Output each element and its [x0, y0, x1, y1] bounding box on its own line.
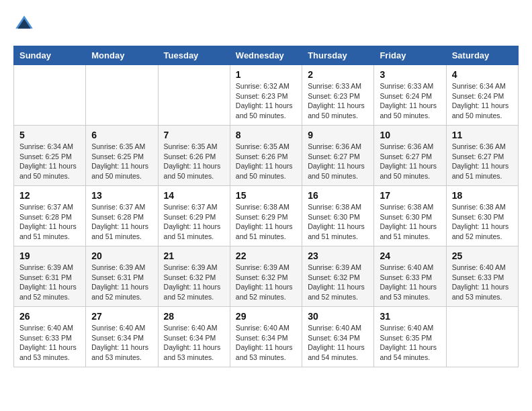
- day-info: Sunrise: 6:39 AM Sunset: 6:32 PM Dayligh…: [164, 263, 224, 302]
- day-number: 27: [91, 311, 152, 322]
- day-number: 15: [236, 190, 296, 201]
- day-info: Sunrise: 6:38 AM Sunset: 6:30 PM Dayligh…: [380, 202, 440, 242]
- calendar-cell: [14, 65, 86, 126]
- day-info: Sunrise: 6:40 AM Sunset: 6:34 PM Dayligh…: [91, 323, 152, 363]
- calendar-cell: 22Sunrise: 6:39 AM Sunset: 6:32 PM Dayli…: [230, 246, 302, 307]
- calendar-week-3: 12Sunrise: 6:37 AM Sunset: 6:28 PM Dayli…: [14, 186, 519, 246]
- calendar-cell: 30Sunrise: 6:40 AM Sunset: 6:34 PM Dayli…: [302, 307, 374, 367]
- day-info: Sunrise: 6:40 AM Sunset: 6:34 PM Dayligh…: [164, 323, 224, 363]
- day-info: Sunrise: 6:40 AM Sunset: 6:34 PM Dayligh…: [236, 323, 296, 363]
- day-info: Sunrise: 6:40 AM Sunset: 6:35 PM Dayligh…: [380, 323, 440, 363]
- calendar-week-1: 1Sunrise: 6:32 AM Sunset: 6:23 PM Daylig…: [14, 65, 519, 126]
- weekday-header-sunday: Sunday: [14, 46, 86, 65]
- calendar-cell: 17Sunrise: 6:38 AM Sunset: 6:30 PM Dayli…: [374, 186, 446, 246]
- day-info: Sunrise: 6:34 AM Sunset: 6:25 PM Dayligh…: [19, 142, 80, 181]
- calendar-cell: 11Sunrise: 6:36 AM Sunset: 6:27 PM Dayli…: [446, 126, 518, 186]
- day-number: 4: [452, 69, 513, 80]
- calendar-cell: 15Sunrise: 6:38 AM Sunset: 6:29 PM Dayli…: [230, 186, 302, 246]
- day-number: 11: [452, 130, 513, 140]
- day-info: Sunrise: 6:40 AM Sunset: 6:33 PM Dayligh…: [452, 263, 513, 302]
- day-info: Sunrise: 6:40 AM Sunset: 6:33 PM Dayligh…: [19, 323, 80, 363]
- calendar-cell: 3Sunrise: 6:33 AM Sunset: 6:24 PM Daylig…: [374, 65, 446, 126]
- day-info: Sunrise: 6:35 AM Sunset: 6:26 PM Dayligh…: [236, 142, 296, 181]
- day-number: 23: [308, 250, 368, 261]
- calendar-cell: 1Sunrise: 6:32 AM Sunset: 6:23 PM Daylig…: [230, 65, 302, 126]
- day-number: 30: [308, 311, 368, 322]
- day-number: 10: [380, 130, 440, 140]
- day-number: 6: [91, 130, 152, 140]
- day-info: Sunrise: 6:39 AM Sunset: 6:32 PM Dayligh…: [308, 263, 368, 302]
- day-info: Sunrise: 6:32 AM Sunset: 6:23 PM Dayligh…: [236, 81, 296, 121]
- day-info: Sunrise: 6:39 AM Sunset: 6:31 PM Dayligh…: [19, 263, 80, 302]
- calendar-cell: 27Sunrise: 6:40 AM Sunset: 6:34 PM Dayli…: [86, 307, 158, 367]
- day-info: Sunrise: 6:39 AM Sunset: 6:32 PM Dayligh…: [236, 263, 296, 302]
- calendar-cell: [158, 65, 230, 126]
- weekday-header-tuesday: Tuesday: [158, 46, 230, 65]
- day-number: 24: [380, 250, 440, 261]
- weekday-header-thursday: Thursday: [302, 46, 374, 65]
- weekday-header-wednesday: Wednesday: [230, 46, 302, 65]
- day-number: 29: [236, 311, 296, 322]
- calendar-week-4: 19Sunrise: 6:39 AM Sunset: 6:31 PM Dayli…: [14, 246, 519, 307]
- day-info: Sunrise: 6:35 AM Sunset: 6:26 PM Dayligh…: [164, 142, 224, 181]
- calendar-body: 1Sunrise: 6:32 AM Sunset: 6:23 PM Daylig…: [14, 65, 519, 367]
- day-number: 14: [164, 190, 224, 201]
- calendar-cell: 21Sunrise: 6:39 AM Sunset: 6:32 PM Dayli…: [158, 246, 230, 307]
- calendar-week-2: 5Sunrise: 6:34 AM Sunset: 6:25 PM Daylig…: [14, 126, 519, 186]
- calendar-cell: 12Sunrise: 6:37 AM Sunset: 6:28 PM Dayli…: [14, 186, 86, 246]
- weekday-header-monday: Monday: [86, 46, 158, 65]
- calendar-cell: 31Sunrise: 6:40 AM Sunset: 6:35 PM Dayli…: [374, 307, 446, 367]
- calendar-cell: 23Sunrise: 6:39 AM Sunset: 6:32 PM Dayli…: [302, 246, 374, 307]
- calendar-cell: 8Sunrise: 6:35 AM Sunset: 6:26 PM Daylig…: [230, 126, 302, 186]
- calendar-cell: 4Sunrise: 6:34 AM Sunset: 6:24 PM Daylig…: [446, 65, 518, 126]
- day-number: 26: [19, 311, 80, 322]
- day-number: 12: [19, 190, 80, 201]
- day-number: 20: [91, 250, 152, 261]
- calendar-week-5: 26Sunrise: 6:40 AM Sunset: 6:33 PM Dayli…: [14, 307, 519, 367]
- calendar-cell: 18Sunrise: 6:38 AM Sunset: 6:30 PM Dayli…: [446, 186, 518, 246]
- calendar-header: SundayMondayTuesdayWednesdayThursdayFrid…: [14, 46, 519, 65]
- calendar-cell: 28Sunrise: 6:40 AM Sunset: 6:34 PM Dayli…: [158, 307, 230, 367]
- calendar-cell: 29Sunrise: 6:40 AM Sunset: 6:34 PM Dayli…: [230, 307, 302, 367]
- calendar-cell: 2Sunrise: 6:33 AM Sunset: 6:23 PM Daylig…: [302, 65, 374, 126]
- day-info: Sunrise: 6:38 AM Sunset: 6:30 PM Dayligh…: [452, 202, 513, 242]
- calendar-cell: 26Sunrise: 6:40 AM Sunset: 6:33 PM Dayli…: [14, 307, 86, 367]
- calendar-cell: 14Sunrise: 6:37 AM Sunset: 6:29 PM Dayli…: [158, 186, 230, 246]
- day-number: 7: [164, 130, 224, 140]
- day-info: Sunrise: 6:38 AM Sunset: 6:29 PM Dayligh…: [236, 202, 296, 242]
- header: [13, 13, 519, 35]
- day-info: Sunrise: 6:34 AM Sunset: 6:24 PM Dayligh…: [452, 81, 513, 121]
- calendar-cell: 7Sunrise: 6:35 AM Sunset: 6:26 PM Daylig…: [158, 126, 230, 186]
- calendar-cell: [446, 307, 518, 367]
- calendar-cell: 10Sunrise: 6:36 AM Sunset: 6:27 PM Dayli…: [374, 126, 446, 186]
- weekday-header-saturday: Saturday: [446, 46, 518, 65]
- day-info: Sunrise: 6:39 AM Sunset: 6:31 PM Dayligh…: [91, 263, 152, 302]
- day-number: 13: [91, 190, 152, 201]
- weekday-header-friday: Friday: [374, 46, 446, 65]
- day-number: 22: [236, 250, 296, 261]
- day-number: 3: [380, 69, 440, 80]
- calendar-table: SundayMondayTuesdayWednesdayThursdayFrid…: [13, 46, 519, 367]
- day-number: 25: [452, 250, 513, 261]
- day-number: 18: [452, 190, 513, 201]
- calendar-cell: 25Sunrise: 6:40 AM Sunset: 6:33 PM Dayli…: [446, 246, 518, 307]
- page: SundayMondayTuesdayWednesdayThursdayFrid…: [0, 0, 532, 381]
- calendar-cell: 13Sunrise: 6:37 AM Sunset: 6:28 PM Dayli…: [86, 186, 158, 246]
- day-info: Sunrise: 6:37 AM Sunset: 6:28 PM Dayligh…: [91, 202, 152, 242]
- day-number: 17: [380, 190, 440, 201]
- day-number: 21: [164, 250, 224, 261]
- calendar-cell: 24Sunrise: 6:40 AM Sunset: 6:33 PM Dayli…: [374, 246, 446, 307]
- day-info: Sunrise: 6:37 AM Sunset: 6:29 PM Dayligh…: [164, 202, 224, 242]
- day-info: Sunrise: 6:36 AM Sunset: 6:27 PM Dayligh…: [380, 142, 440, 181]
- day-number: 2: [308, 69, 368, 80]
- day-info: Sunrise: 6:35 AM Sunset: 6:25 PM Dayligh…: [91, 142, 152, 181]
- calendar-cell: [86, 65, 158, 126]
- calendar-cell: 20Sunrise: 6:39 AM Sunset: 6:31 PM Dayli…: [86, 246, 158, 307]
- day-number: 16: [308, 190, 368, 201]
- calendar-cell: 6Sunrise: 6:35 AM Sunset: 6:25 PM Daylig…: [86, 126, 158, 186]
- day-number: 8: [236, 130, 296, 140]
- day-info: Sunrise: 6:40 AM Sunset: 6:34 PM Dayligh…: [308, 323, 368, 363]
- day-info: Sunrise: 6:36 AM Sunset: 6:27 PM Dayligh…: [452, 142, 513, 181]
- day-info: Sunrise: 6:36 AM Sunset: 6:27 PM Dayligh…: [308, 142, 368, 181]
- day-info: Sunrise: 6:33 AM Sunset: 6:23 PM Dayligh…: [308, 81, 368, 121]
